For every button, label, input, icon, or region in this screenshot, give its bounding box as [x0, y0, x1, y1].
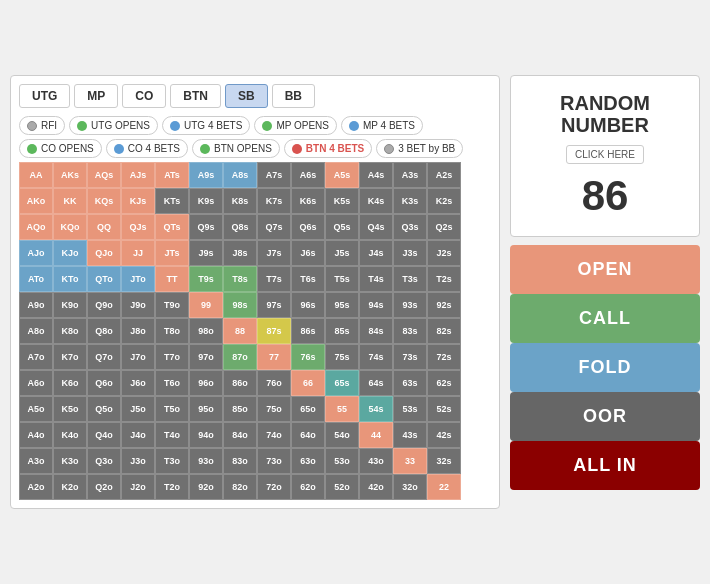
grid-cell[interactable]: 32s: [427, 448, 461, 474]
grid-cell[interactable]: 73o: [257, 448, 291, 474]
grid-cell[interactable]: Q6s: [291, 214, 325, 240]
grid-cell[interactable]: 86s: [291, 318, 325, 344]
grid-cell[interactable]: Q9o: [87, 292, 121, 318]
grid-cell[interactable]: 75o: [257, 396, 291, 422]
grid-cell[interactable]: J7o: [121, 344, 155, 370]
grid-cell[interactable]: 54o: [325, 422, 359, 448]
grid-cell[interactable]: 43o: [359, 448, 393, 474]
grid-cell[interactable]: J6s: [291, 240, 325, 266]
grid-cell[interactable]: 72s: [427, 344, 461, 370]
grid-cell[interactable]: J9s: [189, 240, 223, 266]
grid-cell[interactable]: 62s: [427, 370, 461, 396]
grid-cell[interactable]: AKo: [19, 188, 53, 214]
grid-cell[interactable]: T2s: [427, 266, 461, 292]
grid-cell[interactable]: K7s: [257, 188, 291, 214]
action-btn-utg-4-bets[interactable]: UTG 4 BETS: [162, 116, 250, 135]
grid-cell[interactable]: A7o: [19, 344, 53, 370]
grid-cell[interactable]: 72o: [257, 474, 291, 500]
grid-cell[interactable]: 85o: [223, 396, 257, 422]
grid-cell[interactable]: AJo: [19, 240, 53, 266]
grid-cell[interactable]: 96s: [291, 292, 325, 318]
grid-cell[interactable]: JTs: [155, 240, 189, 266]
grid-cell[interactable]: T4o: [155, 422, 189, 448]
grid-cell[interactable]: AKs: [53, 162, 87, 188]
grid-cell[interactable]: 87o: [223, 344, 257, 370]
grid-cell[interactable]: K5o: [53, 396, 87, 422]
grid-cell[interactable]: J5s: [325, 240, 359, 266]
grid-cell[interactable]: 95o: [189, 396, 223, 422]
grid-cell[interactable]: Q4s: [359, 214, 393, 240]
grid-cell[interactable]: 32o: [393, 474, 427, 500]
grid-cell[interactable]: J8s: [223, 240, 257, 266]
grid-cell[interactable]: T9o: [155, 292, 189, 318]
grid-cell[interactable]: ATo: [19, 266, 53, 292]
grid-cell[interactable]: T6s: [291, 266, 325, 292]
action-btn-co-opens[interactable]: CO OPENS: [19, 139, 102, 158]
grid-cell[interactable]: KTo: [53, 266, 87, 292]
grid-cell[interactable]: 74o: [257, 422, 291, 448]
grid-cell[interactable]: K7o: [53, 344, 87, 370]
grid-cell[interactable]: KQo: [53, 214, 87, 240]
grid-cell[interactable]: K3o: [53, 448, 87, 474]
grid-cell[interactable]: 63o: [291, 448, 325, 474]
grid-cell[interactable]: Q7s: [257, 214, 291, 240]
grid-cell[interactable]: 76o: [257, 370, 291, 396]
position-tab-mp[interactable]: MP: [74, 84, 118, 108]
grid-cell[interactable]: 83o: [223, 448, 257, 474]
action-btn-co-4-bets[interactable]: CO 4 BETS: [106, 139, 188, 158]
grid-cell[interactable]: Q9s: [189, 214, 223, 240]
action-btn-3-bet-by-bb[interactable]: 3 BET by BB: [376, 139, 463, 158]
grid-cell[interactable]: A6o: [19, 370, 53, 396]
grid-cell[interactable]: K9o: [53, 292, 87, 318]
grid-cell[interactable]: 98s: [223, 292, 257, 318]
grid-cell[interactable]: Q2s: [427, 214, 461, 240]
grid-cell[interactable]: 53o: [325, 448, 359, 474]
grid-cell[interactable]: A7s: [257, 162, 291, 188]
position-tab-btn[interactable]: BTN: [170, 84, 221, 108]
grid-cell[interactable]: J7s: [257, 240, 291, 266]
grid-cell[interactable]: T2o: [155, 474, 189, 500]
click-here-button[interactable]: CLICK HERE: [566, 145, 644, 164]
grid-cell[interactable]: 85s: [325, 318, 359, 344]
grid-cell[interactable]: J2s: [427, 240, 461, 266]
grid-cell[interactable]: 73s: [393, 344, 427, 370]
grid-cell[interactable]: 94s: [359, 292, 393, 318]
action-button-oor[interactable]: OOR: [510, 392, 700, 441]
grid-cell[interactable]: K4s: [359, 188, 393, 214]
grid-cell[interactable]: 99: [189, 292, 223, 318]
grid-cell[interactable]: 77: [257, 344, 291, 370]
grid-cell[interactable]: 44: [359, 422, 393, 448]
grid-cell[interactable]: Q8o: [87, 318, 121, 344]
grid-cell[interactable]: 83s: [393, 318, 427, 344]
grid-cell[interactable]: KK: [53, 188, 87, 214]
grid-cell[interactable]: J4s: [359, 240, 393, 266]
grid-cell[interactable]: K6o: [53, 370, 87, 396]
grid-cell[interactable]: J6o: [121, 370, 155, 396]
grid-cell[interactable]: K3s: [393, 188, 427, 214]
grid-cell[interactable]: T7o: [155, 344, 189, 370]
grid-cell[interactable]: T4s: [359, 266, 393, 292]
action-btn-mp-opens[interactable]: MP OPENS: [254, 116, 337, 135]
grid-cell[interactable]: 52o: [325, 474, 359, 500]
action-btn-mp-4-bets[interactable]: MP 4 BETS: [341, 116, 423, 135]
grid-cell[interactable]: Q5s: [325, 214, 359, 240]
grid-cell[interactable]: 93o: [189, 448, 223, 474]
grid-cell[interactable]: 82o: [223, 474, 257, 500]
grid-cell[interactable]: A8o: [19, 318, 53, 344]
grid-cell[interactable]: K2o: [53, 474, 87, 500]
grid-cell[interactable]: 88: [223, 318, 257, 344]
grid-cell[interactable]: KQs: [87, 188, 121, 214]
grid-cell[interactable]: T5s: [325, 266, 359, 292]
grid-cell[interactable]: QTs: [155, 214, 189, 240]
grid-cell[interactable]: QJs: [121, 214, 155, 240]
action-btn-btn-4-bets[interactable]: BTN 4 BETS: [284, 139, 372, 158]
grid-cell[interactable]: 84o: [223, 422, 257, 448]
grid-cell[interactable]: 95s: [325, 292, 359, 318]
grid-cell[interactable]: 52s: [427, 396, 461, 422]
grid-cell[interactable]: QQ: [87, 214, 121, 240]
grid-cell[interactable]: 75s: [325, 344, 359, 370]
grid-cell[interactable]: Q3s: [393, 214, 427, 240]
grid-cell[interactable]: ATs: [155, 162, 189, 188]
grid-cell[interactable]: K6s: [291, 188, 325, 214]
grid-cell[interactable]: 92s: [427, 292, 461, 318]
